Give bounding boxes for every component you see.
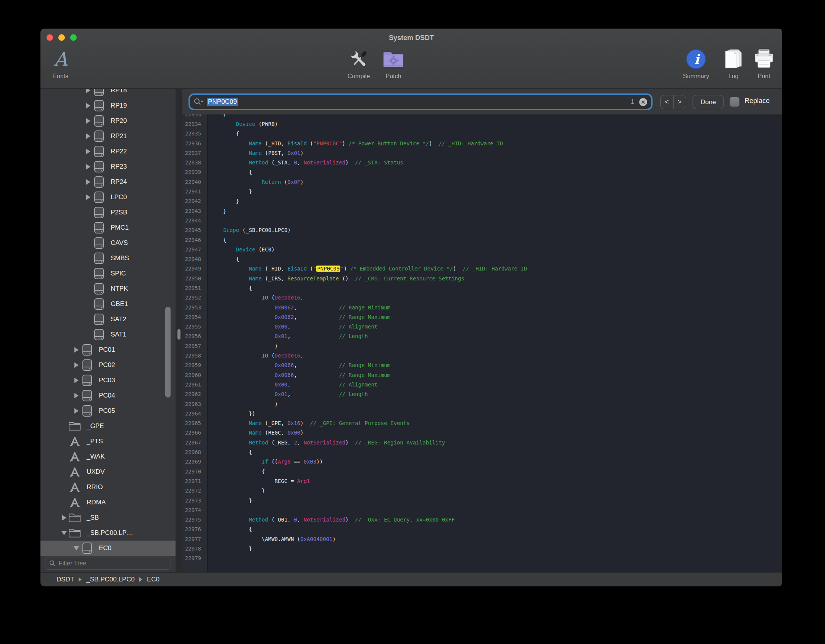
sidebar-item-pc02[interactable]: PC02 (40, 357, 176, 373)
device-icon (82, 375, 92, 386)
sidebar-item-pmc1[interactable]: PMC1 (40, 220, 176, 235)
sidebar-item-p2sb[interactable]: P2SB (40, 205, 176, 220)
disclosure-collapsed-icon[interactable] (86, 195, 90, 200)
search-icon[interactable] (194, 98, 204, 106)
sidebar-item-rrio[interactable]: RRIO (40, 480, 176, 495)
tree-item-label: RP22 (111, 148, 127, 155)
breadcrumb-item[interactable]: EC0 (147, 576, 160, 583)
sidebar-item-uxdv[interactable]: UXDV (40, 464, 176, 480)
code-line: 22934 Device (PWRB) (182, 119, 782, 129)
sidebar-item-lpc0[interactable]: LPC0 (40, 190, 176, 205)
next-match-button[interactable]: > (674, 95, 686, 109)
tree-item-label: NTPK (111, 285, 128, 293)
disclosure-collapsed-icon[interactable] (86, 179, 90, 185)
search-input[interactable]: PNP0C09 1 ✕ (189, 93, 653, 110)
sidebar-item-_wak[interactable]: _WAK (40, 449, 176, 464)
titlebar: System DSDT A Fonts (40, 29, 782, 89)
find-highlight: PNP0C09 (316, 266, 340, 272)
log-button[interactable]: Log (721, 47, 746, 79)
disclosure-collapsed-icon[interactable] (86, 103, 90, 108)
disclosure-expanded-icon[interactable] (61, 531, 67, 535)
line-number: 22978 (182, 546, 205, 552)
code-text: ) (205, 401, 278, 407)
code-text: } (205, 198, 239, 204)
code-line: 22969 If ((Arg0 == 0x03)) (182, 457, 782, 467)
sidebar-item-spic[interactable]: SPIC (40, 266, 176, 281)
line-number: 22973 (182, 497, 205, 504)
disclosure-collapsed-icon[interactable] (74, 362, 79, 368)
sidebar-item-cavs[interactable]: CAVS (40, 235, 176, 251)
filter-tree-input[interactable]: Filter Tree (45, 557, 171, 570)
disclosure-collapsed-icon[interactable] (74, 378, 79, 383)
print-button[interactable]: Print (750, 47, 778, 79)
code-text: 0x0062, // Range Minimum (205, 304, 390, 311)
line-number: 22960 (182, 372, 205, 378)
clear-search-icon[interactable]: ✕ (639, 98, 647, 106)
done-button[interactable]: Done (693, 95, 724, 109)
disclosure-collapsed-icon[interactable] (74, 393, 79, 398)
code-text: Name (REGC, 0x00) (205, 430, 303, 436)
line-number: 22979 (182, 555, 205, 561)
disclosure-collapsed-icon[interactable] (62, 515, 66, 520)
code-text: REGC = Arg1 (205, 478, 310, 484)
replace-checkbox[interactable] (730, 97, 740, 107)
tree-item-label: RP21 (111, 132, 127, 140)
sidebar-item-pc03[interactable]: PC03 (40, 373, 176, 388)
disclosure-collapsed-icon[interactable] (86, 89, 90, 93)
tree-item-label: LPC0 (111, 193, 127, 201)
compile-button[interactable]: Compile (339, 47, 379, 79)
sidebar-item-pc04[interactable]: PC04 (40, 388, 176, 403)
code-text: } (205, 497, 252, 504)
sidebar-item-rp21[interactable]: RP21 (40, 129, 176, 144)
code-text: } (205, 188, 252, 195)
sidebar-item-ec0[interactable]: EC0 (40, 541, 176, 556)
sidebar-item-sat2[interactable]: SAT2 (40, 312, 176, 327)
sidebar-item-pc01[interactable]: PC01 (40, 342, 176, 357)
sidebar-item-_sb[interactable]: _SB (40, 510, 176, 525)
disclosure-collapsed-icon[interactable] (86, 134, 90, 139)
sidebar-item-sat1[interactable]: SAT1 (40, 327, 176, 342)
line-number: 22958 (182, 353, 205, 359)
sidebar-item-rp20[interactable]: RP20 (40, 113, 176, 129)
code-text: 0x0066, // Range Minimum (205, 362, 390, 368)
sidebar-item-_pts[interactable]: _PTS (40, 434, 176, 449)
code-editor[interactable]: 22933 {22934 Device (PWRB)22935 {22936 N… (182, 114, 782, 573)
summary-button[interactable]: i Summary (675, 47, 717, 79)
code-line: 22942 } (182, 196, 782, 206)
fonts-button[interactable]: A Fonts (44, 47, 77, 79)
screen: System DSDT A Fonts (0, 0, 825, 644)
sidebar-item-pc05[interactable]: PC05 (40, 403, 176, 419)
sidebar-scrollbar[interactable] (165, 307, 171, 398)
sidebar-item-rp18[interactable]: RP18 (40, 89, 176, 98)
patch-button[interactable]: Patch (376, 47, 411, 79)
sidebar-item-_sbpc00lp[interactable]: _SB.PC00.LP… (40, 525, 176, 541)
disclosure-expanded-icon[interactable] (74, 546, 79, 551)
sidebar-item-_gpe[interactable]: _GPE (40, 419, 176, 434)
tree-item-label: _SB (87, 514, 99, 522)
previous-match-button[interactable]: < (661, 95, 674, 109)
code-line: 22948 { (182, 254, 782, 264)
disclosure-collapsed-icon[interactable] (86, 149, 90, 154)
line-number: 22976 (182, 526, 205, 532)
divider-handle-icon[interactable] (177, 329, 180, 340)
tree-item-label: SPIC (111, 270, 126, 277)
sidebar-item-rdma[interactable]: RDMA (40, 495, 176, 510)
sidebar-item-ntpk[interactable]: NTPK (40, 281, 176, 296)
sidebar-item-rp22[interactable]: RP22 (40, 144, 176, 159)
disclosure-collapsed-icon[interactable] (86, 164, 90, 169)
line-number: 22947 (182, 246, 205, 253)
disclosure-collapsed-icon[interactable] (86, 118, 90, 124)
code-line: 22962 0x01, // Length (182, 390, 782, 399)
disclosure-collapsed-icon[interactable] (74, 408, 79, 414)
sidebar-item-rp19[interactable]: RP19 (40, 98, 176, 113)
disclosure-collapsed-icon[interactable] (74, 347, 79, 353)
sidebar-item-rp24[interactable]: RP24 (40, 174, 176, 190)
breadcrumb-item[interactable]: _SB.PC00.LPC0 (86, 576, 135, 583)
code-line: 22967 Method (_REG, 2, NotSerialized) //… (182, 438, 782, 447)
pane-divider[interactable] (176, 89, 182, 573)
line-number: 22962 (182, 391, 205, 397)
sidebar-item-gbe1[interactable]: GBE1 (40, 296, 176, 312)
breadcrumb-item[interactable]: DSDT (56, 576, 74, 583)
sidebar-item-smbs[interactable]: SMBS (40, 251, 176, 266)
sidebar-item-rp23[interactable]: RP23 (40, 159, 176, 174)
